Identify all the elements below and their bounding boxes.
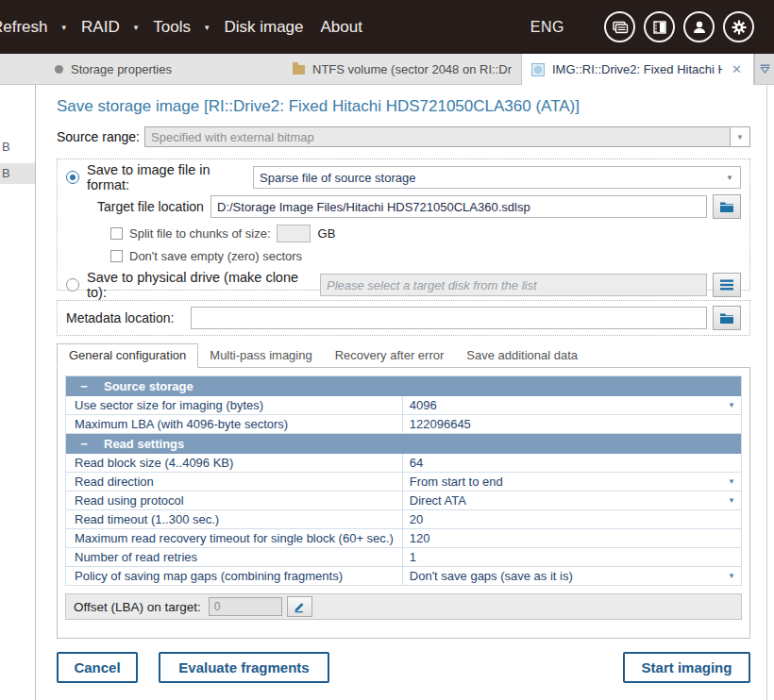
- config-tab-multi-pass-imaging[interactable]: Multi-pass imaging: [198, 344, 323, 367]
- setting-value[interactable]: From start to end▼: [403, 473, 741, 491]
- collapse-icon[interactable]: −: [77, 437, 91, 451]
- save-target-groupbox: Save to image file in format: Sparse fil…: [57, 158, 750, 291]
- setting-value[interactable]: 4096▼: [403, 396, 741, 414]
- chevron-down-icon[interactable]: ▼: [728, 475, 735, 486]
- setting-value[interactable]: 20: [403, 510, 741, 528]
- settings-row: Use sector size for imaging (bytes)4096▼: [66, 396, 741, 415]
- chevron-down-icon[interactable]: ▼: [728, 569, 735, 580]
- evaluate-fragments-button[interactable]: Evaluate fragments: [159, 652, 329, 683]
- target-file-input[interactable]: [210, 195, 707, 218]
- cancel-button[interactable]: Cancel: [57, 652, 138, 683]
- tab-label: Storage properties: [71, 62, 274, 76]
- disk-list-icon[interactable]: [713, 273, 741, 297]
- language-selector[interactable]: ENG: [530, 19, 564, 36]
- document-tab-3[interactable]: IMG::RI::Drive2: Fixed Hitachi HDS7...✕: [521, 54, 754, 85]
- chevron-down-icon[interactable]: ▼: [728, 493, 735, 505]
- table-section-header[interactable]: −Read settings: [66, 434, 741, 454]
- target-file-row: Target file location: [66, 194, 741, 219]
- source-range-label: Source range:: [57, 129, 144, 144]
- gear-icon[interactable]: [723, 11, 754, 42]
- start-imaging-button[interactable]: Start imaging: [623, 652, 750, 683]
- chevron-down-icon[interactable]: ▼: [730, 127, 749, 146]
- close-icon[interactable]: ✕: [730, 62, 744, 76]
- setting-value-text: 120: [410, 531, 430, 545]
- setting-label: Maximum LBA (with 4096-byte sectors): [66, 415, 403, 433]
- document-tab-bar: Storage propertiesNTFS volume (sector 20…: [0, 54, 774, 85]
- collapse-icon[interactable]: −: [77, 379, 91, 393]
- setting-value[interactable]: 122096645: [403, 415, 741, 433]
- setting-value[interactable]: 64: [403, 454, 741, 472]
- setting-value-text: 20: [410, 512, 423, 526]
- document-tab-2[interactable]: NTFS volume (sector 2048 on RI::Drive2:.…: [283, 54, 521, 84]
- settings-table: −Source storageUse sector size for imagi…: [65, 375, 742, 586]
- user-icon[interactable]: [683, 11, 715, 42]
- config-tab-save-additional-data[interactable]: Save additional data: [455, 344, 589, 367]
- menu-item-refresh[interactable]: Refresh▾: [0, 14, 66, 41]
- settings-row: Read using protocolDirect ATA▼: [66, 492, 741, 510]
- chunk-size-unit: GB: [318, 226, 336, 241]
- menu-item-tools[interactable]: Tools▾: [151, 14, 209, 41]
- setting-label: Use sector size for imaging (bytes): [66, 396, 403, 414]
- save-to-file-radio[interactable]: [66, 171, 79, 184]
- split-file-checkbox[interactable]: [110, 227, 123, 240]
- topbar-right: ENG: [530, 11, 774, 42]
- target-disk-input[interactable]: [320, 274, 707, 296]
- setting-value-text: From start to end: [410, 475, 503, 489]
- config-panel: −Source storageUse sector size for imagi…: [57, 367, 750, 639]
- setting-value[interactable]: Don't save gaps (save as it is)▼: [403, 567, 741, 585]
- save-to-drive-radio[interactable]: [66, 278, 79, 292]
- source-range-select[interactable]: Specified with external bitmap ▼: [144, 126, 750, 147]
- setting-label: Read timeout (1..300 sec.): [66, 510, 403, 528]
- setting-value-text: 4096: [410, 398, 437, 412]
- browse-folder-icon[interactable]: [713, 306, 741, 330]
- table-section-header[interactable]: −Source storage: [66, 376, 741, 396]
- image-format-value: Sparse file of source storage: [260, 171, 415, 185]
- settings-row: Read directionFrom start to end▼: [66, 473, 741, 492]
- page-title: Save storage image [RI::Drive2: Fixed Hi…: [57, 97, 750, 116]
- setting-value[interactable]: 120: [403, 529, 741, 547]
- chunk-size-input[interactable]: [277, 225, 311, 242]
- metadata-label: Metadata location:: [66, 310, 191, 325]
- setting-label: Number of read retries: [66, 548, 403, 566]
- menu-item-disk-image[interactable]: Disk image: [222, 14, 305, 41]
- settings-row: Read block size (4..4096 KB)64: [66, 454, 741, 473]
- setting-value[interactable]: Direct ATA▼: [403, 492, 741, 509]
- sidebar-storage-item[interactable]: B: [0, 137, 35, 158]
- edit-pencil-icon[interactable]: [287, 596, 312, 617]
- menu-item-label: Disk image: [222, 14, 305, 41]
- setting-label: Maximum read recovery timeout for single…: [66, 529, 403, 547]
- disk-image-icon: [531, 63, 545, 76]
- metadata-location-input[interactable]: [191, 307, 707, 329]
- config-tab-recovery-after-error[interactable]: Recovery after error: [324, 344, 456, 367]
- dialog-footer: Cancel Evaluate fragments Start imaging: [57, 652, 750, 683]
- source-range-value: Specified with external bitmap: [151, 130, 314, 144]
- tab-list-dropdown-button[interactable]: [754, 54, 774, 84]
- skip-empty-label: Don't save empty (zero) sectors: [129, 249, 302, 263]
- setting-label: Read direction: [66, 473, 403, 491]
- document-tab-1[interactable]: Storage properties: [45, 54, 283, 84]
- folder-icon: [293, 65, 305, 75]
- menu-item-about[interactable]: About: [319, 14, 364, 41]
- setting-value[interactable]: 1: [403, 548, 741, 566]
- offset-bar: Offset (LBA) on target:: [65, 593, 742, 620]
- offset-input[interactable]: [209, 597, 282, 616]
- menu-item-raid[interactable]: RAID▾: [79, 14, 138, 41]
- chevron-down-icon[interactable]: ▼: [728, 398, 735, 409]
- messages-icon[interactable]: [604, 11, 635, 42]
- save-to-file-row: Save to image file in format: Sparse fil…: [66, 167, 741, 188]
- skip-empty-checkbox[interactable]: [110, 250, 123, 262]
- content-area: BB Save storage image [RI::Drive2: Fixed…: [0, 85, 774, 700]
- browse-folder-icon[interactable]: [713, 194, 741, 219]
- image-format-select[interactable]: Sparse file of source storage ▼: [253, 166, 741, 189]
- disk-copy-icon[interactable]: [644, 11, 675, 42]
- skip-empty-row: Don't save empty (zero) sectors: [110, 248, 741, 264]
- sidebar-storage-item[interactable]: B: [0, 163, 35, 184]
- settings-row: Read timeout (1..300 sec.)20: [66, 510, 741, 529]
- split-file-label: Split file to chunks of size:: [129, 226, 271, 241]
- setting-value-text: Direct ATA: [410, 493, 466, 508]
- menu-item-label: RAID: [79, 14, 122, 41]
- source-range-row: Source range: Specified with external bi…: [57, 126, 750, 147]
- section-title: Source storage: [104, 379, 194, 393]
- top-menu-bar: Refresh▾RAID▾Tools▾Disk imageAbout ENG: [0, 0, 774, 54]
- config-tab-general-configuration[interactable]: General configuration: [57, 343, 198, 368]
